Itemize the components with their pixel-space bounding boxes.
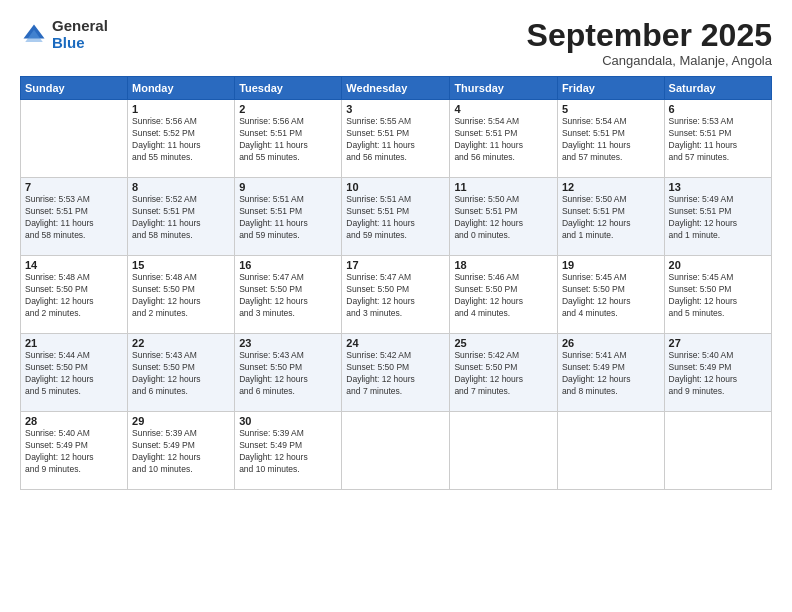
- day-number: 12: [562, 181, 660, 193]
- table-row: 1Sunrise: 5:56 AMSunset: 5:52 PMDaylight…: [128, 100, 235, 178]
- calendar-week-row: 21Sunrise: 5:44 AMSunset: 5:50 PMDayligh…: [21, 334, 772, 412]
- day-info: Sunrise: 5:42 AMSunset: 5:50 PMDaylight:…: [454, 350, 553, 398]
- day-info: Sunrise: 5:50 AMSunset: 5:51 PMDaylight:…: [562, 194, 660, 242]
- logo-icon: [20, 21, 48, 49]
- table-row: [664, 412, 771, 490]
- page: General Blue September 2025 Cangandala, …: [0, 0, 792, 612]
- table-row: 8Sunrise: 5:52 AMSunset: 5:51 PMDaylight…: [128, 178, 235, 256]
- day-number: 18: [454, 259, 553, 271]
- day-number: 27: [669, 337, 767, 349]
- day-number: 26: [562, 337, 660, 349]
- day-info: Sunrise: 5:47 AMSunset: 5:50 PMDaylight:…: [346, 272, 445, 320]
- col-saturday: Saturday: [664, 77, 771, 100]
- table-row: 29Sunrise: 5:39 AMSunset: 5:49 PMDayligh…: [128, 412, 235, 490]
- day-number: 24: [346, 337, 445, 349]
- day-info: Sunrise: 5:46 AMSunset: 5:50 PMDaylight:…: [454, 272, 553, 320]
- day-number: 5: [562, 103, 660, 115]
- day-info: Sunrise: 5:40 AMSunset: 5:49 PMDaylight:…: [669, 350, 767, 398]
- table-row: 30Sunrise: 5:39 AMSunset: 5:49 PMDayligh…: [235, 412, 342, 490]
- table-row: 4Sunrise: 5:54 AMSunset: 5:51 PMDaylight…: [450, 100, 558, 178]
- col-sunday: Sunday: [21, 77, 128, 100]
- day-info: Sunrise: 5:56 AMSunset: 5:51 PMDaylight:…: [239, 116, 337, 164]
- col-friday: Friday: [557, 77, 664, 100]
- table-row: 27Sunrise: 5:40 AMSunset: 5:49 PMDayligh…: [664, 334, 771, 412]
- table-row: 2Sunrise: 5:56 AMSunset: 5:51 PMDaylight…: [235, 100, 342, 178]
- day-number: 22: [132, 337, 230, 349]
- table-row: 12Sunrise: 5:50 AMSunset: 5:51 PMDayligh…: [557, 178, 664, 256]
- day-info: Sunrise: 5:55 AMSunset: 5:51 PMDaylight:…: [346, 116, 445, 164]
- day-number: 3: [346, 103, 445, 115]
- day-info: Sunrise: 5:50 AMSunset: 5:51 PMDaylight:…: [454, 194, 553, 242]
- calendar-week-row: 28Sunrise: 5:40 AMSunset: 5:49 PMDayligh…: [21, 412, 772, 490]
- table-row: 11Sunrise: 5:50 AMSunset: 5:51 PMDayligh…: [450, 178, 558, 256]
- table-row: [557, 412, 664, 490]
- table-row: 3Sunrise: 5:55 AMSunset: 5:51 PMDaylight…: [342, 100, 450, 178]
- col-thursday: Thursday: [450, 77, 558, 100]
- day-number: 21: [25, 337, 123, 349]
- day-info: Sunrise: 5:48 AMSunset: 5:50 PMDaylight:…: [25, 272, 123, 320]
- table-row: 26Sunrise: 5:41 AMSunset: 5:49 PMDayligh…: [557, 334, 664, 412]
- day-number: 1: [132, 103, 230, 115]
- day-number: 7: [25, 181, 123, 193]
- day-info: Sunrise: 5:47 AMSunset: 5:50 PMDaylight:…: [239, 272, 337, 320]
- table-row: 22Sunrise: 5:43 AMSunset: 5:50 PMDayligh…: [128, 334, 235, 412]
- day-number: 17: [346, 259, 445, 271]
- calendar-week-row: 1Sunrise: 5:56 AMSunset: 5:52 PMDaylight…: [21, 100, 772, 178]
- calendar-header-row: Sunday Monday Tuesday Wednesday Thursday…: [21, 77, 772, 100]
- table-row: 6Sunrise: 5:53 AMSunset: 5:51 PMDaylight…: [664, 100, 771, 178]
- day-number: 2: [239, 103, 337, 115]
- day-number: 8: [132, 181, 230, 193]
- table-row: 19Sunrise: 5:45 AMSunset: 5:50 PMDayligh…: [557, 256, 664, 334]
- table-row: 13Sunrise: 5:49 AMSunset: 5:51 PMDayligh…: [664, 178, 771, 256]
- table-row: 23Sunrise: 5:43 AMSunset: 5:50 PMDayligh…: [235, 334, 342, 412]
- day-number: 30: [239, 415, 337, 427]
- day-info: Sunrise: 5:54 AMSunset: 5:51 PMDaylight:…: [454, 116, 553, 164]
- calendar-week-row: 14Sunrise: 5:48 AMSunset: 5:50 PMDayligh…: [21, 256, 772, 334]
- day-number: 10: [346, 181, 445, 193]
- table-row: 20Sunrise: 5:45 AMSunset: 5:50 PMDayligh…: [664, 256, 771, 334]
- header: General Blue September 2025 Cangandala, …: [20, 18, 772, 68]
- logo: General Blue: [20, 18, 108, 51]
- day-number: 20: [669, 259, 767, 271]
- day-number: 9: [239, 181, 337, 193]
- col-wednesday: Wednesday: [342, 77, 450, 100]
- day-info: Sunrise: 5:43 AMSunset: 5:50 PMDaylight:…: [132, 350, 230, 398]
- table-row: 24Sunrise: 5:42 AMSunset: 5:50 PMDayligh…: [342, 334, 450, 412]
- table-row: 17Sunrise: 5:47 AMSunset: 5:50 PMDayligh…: [342, 256, 450, 334]
- col-monday: Monday: [128, 77, 235, 100]
- day-info: Sunrise: 5:54 AMSunset: 5:51 PMDaylight:…: [562, 116, 660, 164]
- table-row: 21Sunrise: 5:44 AMSunset: 5:50 PMDayligh…: [21, 334, 128, 412]
- table-row: 9Sunrise: 5:51 AMSunset: 5:51 PMDaylight…: [235, 178, 342, 256]
- day-number: 6: [669, 103, 767, 115]
- table-row: [21, 100, 128, 178]
- title-block: September 2025 Cangandala, Malanje, Ango…: [527, 18, 772, 68]
- table-row: [450, 412, 558, 490]
- day-number: 4: [454, 103, 553, 115]
- table-row: 16Sunrise: 5:47 AMSunset: 5:50 PMDayligh…: [235, 256, 342, 334]
- table-row: 25Sunrise: 5:42 AMSunset: 5:50 PMDayligh…: [450, 334, 558, 412]
- day-info: Sunrise: 5:39 AMSunset: 5:49 PMDaylight:…: [132, 428, 230, 476]
- day-info: Sunrise: 5:49 AMSunset: 5:51 PMDaylight:…: [669, 194, 767, 242]
- day-info: Sunrise: 5:52 AMSunset: 5:51 PMDaylight:…: [132, 194, 230, 242]
- month-title: September 2025: [527, 18, 772, 53]
- table-row: 7Sunrise: 5:53 AMSunset: 5:51 PMDaylight…: [21, 178, 128, 256]
- col-tuesday: Tuesday: [235, 77, 342, 100]
- day-number: 16: [239, 259, 337, 271]
- day-info: Sunrise: 5:53 AMSunset: 5:51 PMDaylight:…: [25, 194, 123, 242]
- day-info: Sunrise: 5:41 AMSunset: 5:49 PMDaylight:…: [562, 350, 660, 398]
- table-row: 15Sunrise: 5:48 AMSunset: 5:50 PMDayligh…: [128, 256, 235, 334]
- day-info: Sunrise: 5:51 AMSunset: 5:51 PMDaylight:…: [346, 194, 445, 242]
- day-info: Sunrise: 5:45 AMSunset: 5:50 PMDaylight:…: [669, 272, 767, 320]
- table-row: 14Sunrise: 5:48 AMSunset: 5:50 PMDayligh…: [21, 256, 128, 334]
- day-info: Sunrise: 5:53 AMSunset: 5:51 PMDaylight:…: [669, 116, 767, 164]
- calendar-table: Sunday Monday Tuesday Wednesday Thursday…: [20, 76, 772, 490]
- day-number: 19: [562, 259, 660, 271]
- day-info: Sunrise: 5:51 AMSunset: 5:51 PMDaylight:…: [239, 194, 337, 242]
- day-number: 25: [454, 337, 553, 349]
- day-info: Sunrise: 5:43 AMSunset: 5:50 PMDaylight:…: [239, 350, 337, 398]
- logo-text: General Blue: [52, 18, 108, 51]
- day-info: Sunrise: 5:42 AMSunset: 5:50 PMDaylight:…: [346, 350, 445, 398]
- logo-blue: Blue: [52, 35, 108, 52]
- table-row: 18Sunrise: 5:46 AMSunset: 5:50 PMDayligh…: [450, 256, 558, 334]
- location-subtitle: Cangandala, Malanje, Angola: [527, 53, 772, 68]
